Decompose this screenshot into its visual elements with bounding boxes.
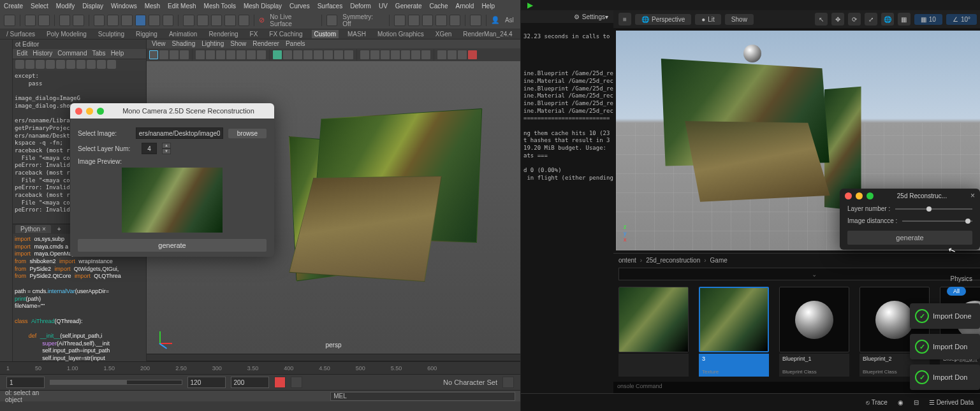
show-dropdown[interactable]: Show [725, 14, 754, 25]
menu-windows[interactable]: Windows [111, 3, 137, 10]
shelf-renderman[interactable]: RenderMan_24.4 [460, 30, 515, 38]
zoom-button[interactable] [867, 192, 874, 199]
toolbox-sidebar[interactable] [0, 40, 13, 361]
playback-prefs-button[interactable] [291, 377, 302, 388]
menu-hamburger-icon[interactable]: ≡ [618, 13, 631, 25]
construction-history-icon[interactable]: ⊘ [259, 16, 265, 24]
redo-icon[interactable] [73, 15, 84, 26]
vp-textured-icon[interactable] [293, 50, 302, 59]
vp-cache-icon[interactable] [468, 50, 477, 59]
menu-display[interactable]: Display [82, 3, 103, 10]
settings-dropdown[interactable]: ⚙Settings ▾ [521, 10, 613, 23]
compile-icon[interactable]: ⊟ [914, 399, 919, 406]
shelf-xgen[interactable]: XGen [433, 30, 455, 38]
ue-scene-geometry[interactable] [648, 56, 852, 222]
step-down-icon[interactable]: ▼ [162, 148, 171, 154]
scale-mode-icon[interactable]: ⤢ [865, 13, 877, 25]
snap-point-icon[interactable] [211, 15, 223, 26]
snap-view-icon[interactable] [224, 15, 236, 26]
layer-number-slider[interactable] [895, 208, 972, 210]
menu-create[interactable]: Create [4, 3, 23, 10]
se-echo-icon[interactable] [107, 60, 116, 69]
python-tab[interactable]: Python × [15, 225, 51, 233]
se-history-icon[interactable] [97, 60, 106, 69]
vp-background-icon[interactable] [421, 50, 430, 59]
autokey-button[interactable] [274, 377, 286, 388]
rotate-mode-icon[interactable]: ⟳ [848, 13, 861, 25]
se-source-icon[interactable] [46, 60, 55, 69]
shelf-mash[interactable]: MASH [345, 30, 369, 38]
vp-grid-icon[interactable] [196, 50, 205, 59]
asset-item[interactable]: Blueprint_1Blueprint Class [779, 287, 849, 377]
save-icon[interactable] [38, 15, 50, 26]
viewport-toolbar[interactable] [147, 48, 520, 61]
menu-editmesh[interactable]: Edit Mesh [168, 3, 196, 10]
step-up-icon[interactable]: ▲ [162, 143, 171, 148]
asset-filter-bar[interactable]: ⌄ [618, 268, 980, 280]
vp-shadows-icon[interactable] [314, 50, 323, 59]
time-ruler[interactable]: 1 50 1.00 1.50 200 2.50 300 3.50 400 4.5… [0, 362, 520, 375]
add-tab-button[interactable]: + [54, 225, 65, 233]
shelf-motiongraphics[interactable]: Motion Graphics [375, 30, 427, 38]
shelf-custom[interactable]: Custom [312, 30, 339, 38]
se-menu-help[interactable]: Help [111, 50, 124, 58]
viewport-menu[interactable]: View Shading Lighting Show Renderer Pane… [147, 40, 520, 48]
grid-snap[interactable]: ▦10 [914, 14, 942, 25]
menu-curves[interactable]: Curves [289, 3, 310, 10]
shelf-rigging[interactable]: Rigging [133, 30, 160, 38]
scale-icon[interactable] [163, 15, 174, 26]
menu-select[interactable]: Select [31, 3, 48, 10]
vp-playblast-icon[interactable] [448, 50, 457, 59]
generate-button[interactable]: generate [78, 239, 267, 252]
vp-motion-blur-icon[interactable] [334, 50, 343, 59]
light-editor-icon[interactable] [450, 15, 461, 26]
all-filter-chip[interactable]: All [947, 287, 966, 296]
vp-menu-show[interactable]: Show [230, 40, 246, 48]
snap-curve-icon[interactable] [197, 15, 208, 26]
snap-icon[interactable] [183, 15, 194, 26]
vp-safe-title-icon[interactable] [257, 50, 266, 59]
paint-icon[interactable] [121, 15, 133, 26]
vp-xray-joints-icon[interactable] [381, 50, 390, 59]
symmetry-icon[interactable] [326, 15, 338, 26]
vp-wireframe-icon[interactable] [273, 50, 282, 59]
layer-plane-2[interactable] [289, 176, 442, 282]
vp-deformers-icon[interactable] [458, 50, 467, 59]
hypershade-icon[interactable] [435, 15, 447, 26]
angle-snap[interactable]: ∠10° [946, 14, 977, 25]
vp-ao-icon[interactable] [324, 50, 333, 59]
revision-control-icon[interactable]: ◉ [898, 399, 903, 406]
asset-item[interactable]: 3Texture [699, 287, 769, 377]
shelf-tabs[interactable]: / Surfaces Poly Modeling Sculpting Riggi… [0, 29, 520, 40]
select-mode-icon[interactable]: ↖ [815, 13, 828, 25]
menu-deform[interactable]: Deform [350, 3, 371, 10]
end-in-field[interactable] [187, 377, 226, 388]
layer-stepper[interactable]: ▲▼ [162, 143, 171, 154]
character-set-dropdown[interactable]: No Character Set [443, 379, 497, 386]
menu-meshdisplay[interactable]: Mesh Display [244, 3, 282, 10]
vp-safe-action-icon[interactable] [247, 50, 256, 59]
lit-dropdown[interactable]: ●Lit [695, 14, 721, 25]
menu-meshtools[interactable]: Mesh Tools [204, 3, 236, 10]
vp-field-chart-icon[interactable] [237, 50, 245, 59]
vp-select-camera-icon[interactable] [149, 50, 158, 59]
vp-menu-panels[interactable]: Panels [286, 40, 305, 48]
minimize-button[interactable] [86, 108, 93, 115]
menu-mesh[interactable]: Mesh [145, 3, 160, 10]
command-line[interactable]: MEL [330, 392, 515, 401]
account-icon[interactable]: 👤 [491, 16, 500, 24]
move-icon[interactable] [135, 15, 147, 26]
vp-shaded-icon[interactable] [283, 50, 292, 59]
menu-uv[interactable]: UV [379, 3, 388, 10]
vp-menu-renderer[interactable]: Renderer [252, 40, 279, 48]
shelf-fxcaching[interactable]: FX Caching [267, 30, 305, 38]
translate-mode-icon[interactable]: ✥ [831, 13, 844, 25]
derived-data-button[interactable]: ☰ Derived Data [929, 399, 974, 406]
ue-dialog-titlebar[interactable]: 25d Reconstruc... × [840, 189, 980, 203]
start-frame-field[interactable] [6, 377, 45, 388]
breadcrumb[interactable]: ontent › 25d_reconstruction › Game [613, 254, 980, 266]
ue-layer-plane-2[interactable] [685, 121, 830, 202]
close-button[interactable] [75, 108, 82, 115]
se-menu-tabs[interactable]: Tabs [92, 50, 106, 58]
close-button[interactable] [845, 192, 852, 199]
